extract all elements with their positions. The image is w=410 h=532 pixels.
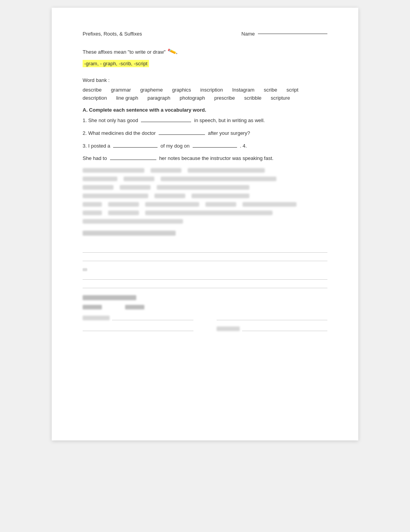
blurred-chunk (145, 211, 273, 215)
pencil-icon: ✏️ (167, 46, 178, 57)
col-underline[interactable] (242, 324, 327, 331)
blurred-chunk (108, 202, 139, 207)
blurred-row-1 (83, 168, 327, 173)
blurred-row-4 (83, 194, 327, 198)
blurred-chunk (83, 219, 183, 224)
blurred-questions (83, 168, 327, 224)
word-grapheme: grapheme (140, 87, 163, 93)
word-prescribe: prescribe (214, 95, 235, 101)
word-paragraph: paragraph (147, 95, 170, 101)
blurred-chunk (108, 211, 139, 215)
blurred-chunk (217, 326, 240, 331)
word-photograph: photograph (180, 95, 205, 101)
col-underline[interactable] (83, 324, 193, 331)
word-bank-row-2: description line graph paragraph photogr… (83, 95, 327, 101)
q4-before: She had to (83, 155, 108, 161)
blurred-chunk (120, 185, 151, 190)
name-label: Name (241, 31, 255, 37)
word-scribe: scribe (264, 87, 277, 93)
affixes-description: These affixes mean "to write or draw" ✏️ (83, 48, 327, 56)
blurred-chunk (154, 194, 185, 198)
two-col-row-2 (83, 324, 327, 331)
blurred-bottom-label (83, 295, 136, 300)
q2-after: after your surgery? (208, 130, 250, 136)
q2-blank[interactable] (159, 134, 205, 135)
blurred-chunk (83, 316, 110, 320)
blurred-chunk (188, 168, 265, 173)
header: Prefixes, Roots, & Suffixes Name (83, 31, 327, 37)
question-4: She had to her notes because the instruc… (83, 155, 327, 163)
col-underline[interactable] (112, 313, 193, 320)
word-script: script (286, 87, 298, 93)
word-bank-label: Word bank : (83, 77, 327, 83)
q4-after: her notes because the instructor was spe… (159, 155, 273, 161)
question-1: 1. She not only has good in speech, but … (83, 117, 327, 125)
q1-blank[interactable] (141, 122, 191, 122)
word-bank-row-1: describe grammar grapheme graphics inscr… (83, 87, 327, 93)
word-description: description (83, 95, 107, 101)
blurred-row-2 (83, 177, 327, 181)
q3-middle: of my dog on (161, 143, 191, 149)
question-3: 3. I posted a of my dog on . 4. (83, 142, 327, 150)
highlighted-affixes: -gram, - graph, -scrib, -script (83, 60, 327, 73)
blurred-row-5 (83, 202, 327, 207)
col-label-right (125, 305, 144, 309)
blurred-chunk (83, 211, 102, 215)
blurred-chunk (205, 202, 236, 207)
worksheet-page: Prefixes, Roots, & Suffixes Name These a… (52, 8, 358, 440)
two-col-header (83, 305, 327, 309)
section-a-label: A. Complete each sentence with a vocabul… (83, 107, 327, 113)
blurred-chunk (157, 185, 249, 190)
q4-blank[interactable] (110, 160, 156, 160)
affixes-text: These affixes mean "to write or draw" (83, 49, 166, 55)
q2-before: 2. What medicines did the doctor (83, 130, 157, 136)
blurred-chunk (191, 194, 249, 198)
word-instagram: Instagram (232, 87, 254, 93)
writing-line[interactable] (83, 271, 327, 280)
blurred-chunk (145, 202, 199, 207)
blurred-row-7 (83, 219, 327, 224)
col-label-left (83, 305, 102, 309)
word-scripture: scripture (271, 95, 290, 101)
question-2: 2. What medicines did the doctor after y… (83, 129, 327, 138)
blurred-chunk (83, 185, 114, 190)
name-line[interactable] (258, 34, 327, 34)
section-b (83, 231, 327, 331)
blurred-chunk (124, 177, 154, 181)
q3-blank2[interactable] (193, 147, 237, 148)
writing-lines-2 (83, 268, 327, 288)
blurred-chunk (83, 177, 117, 181)
blurred-chunk (83, 194, 148, 198)
q1-number: 1. She not only has good (83, 117, 139, 123)
word-describe: describe (83, 87, 102, 93)
word-inscription: inscription (200, 87, 223, 93)
highlighted-text: -gram, - graph, -scrib, -script (83, 60, 149, 67)
writing-lines-1 (83, 241, 327, 261)
blurred-chunk (151, 168, 181, 173)
writing-line[interactable] (83, 244, 327, 253)
blurred-chunk (161, 177, 276, 181)
blurred-chunk (83, 202, 102, 207)
name-field: Name (241, 31, 327, 37)
word-graphics: graphics (172, 87, 191, 93)
q3-blank1[interactable] (113, 147, 158, 148)
blurred-chunk (83, 168, 144, 173)
q1-after: in speech, but in writing as well. (194, 117, 265, 123)
word-grammar: grammar (111, 87, 131, 93)
worksheet-title: Prefixes, Roots, & Suffixes (83, 31, 142, 37)
q3-before: 3. I posted a (83, 143, 112, 149)
word-scribble: scribble (244, 95, 262, 101)
two-col-row-1 (83, 313, 327, 320)
blurred-chunk (242, 202, 296, 207)
section-b-label (83, 231, 176, 236)
blurred-row-3 (83, 185, 327, 190)
q3-after: . 4. (240, 143, 247, 149)
writing-line[interactable] (83, 253, 327, 261)
blurred-row-6 (83, 211, 327, 215)
col-underline[interactable] (217, 313, 327, 320)
writing-line[interactable] (83, 280, 327, 288)
word-line-graph: line graph (116, 95, 138, 101)
